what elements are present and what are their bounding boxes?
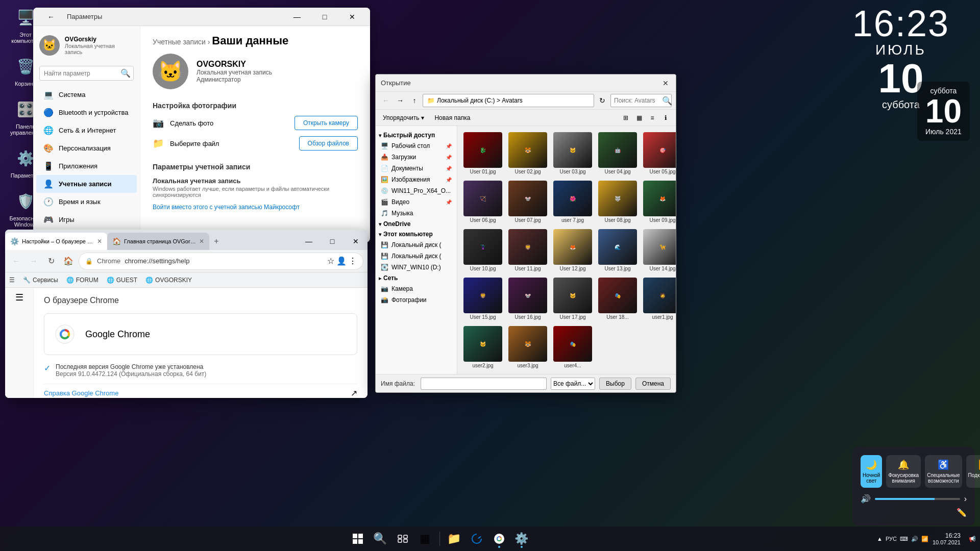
notification-btn[interactable]: 📢 (969, 536, 976, 542)
this-computer-section[interactable]: ▾ Этот компьютер (376, 229, 457, 239)
taskbar-explorer-btn[interactable]: 📁 (444, 529, 464, 549)
file-item[interactable]: 🌊User 13.jpg (596, 227, 639, 273)
file-item[interactable]: 🐉User 01.jpg (461, 130, 504, 177)
sidebar-desktop[interactable]: 🖥️ Рабочий стол 📌 (376, 140, 457, 152)
bookmark-menu-icon[interactable]: ☰ (9, 277, 15, 284)
chrome-close-btn[interactable]: ✕ (344, 233, 368, 250)
file-item[interactable]: 🤖User 04.jpg (596, 130, 639, 177)
chrome-url-input[interactable] (125, 257, 323, 265)
sidebar-item-apps[interactable]: 📱 Приложения (36, 157, 137, 175)
dialog-forward-btn[interactable]: → (394, 94, 406, 107)
profile-icon[interactable]: 👤 (336, 256, 347, 266)
taskbar-settings-btn[interactable]: ⚙️ (511, 529, 532, 549)
qs-connection-btn[interactable]: 📶 Подключение (966, 455, 980, 488)
sidebar-camera[interactable]: 📷 Камера (376, 283, 457, 294)
file-item[interactable]: 🐭User 07.jpg (506, 179, 549, 225)
tray-network-icon[interactable]: 📶 (921, 536, 928, 542)
chrome-help-link[interactable]: Справка Google Chrome (44, 389, 118, 397)
file-item[interactable]: 🌺user 7.jpg (551, 179, 594, 225)
file-item[interactable]: 🦊User 09.jpg (641, 179, 676, 225)
taskbar-search-btn[interactable]: 🔍 (370, 529, 390, 549)
sidebar-local-c[interactable]: 💾 Локальный диск ( (376, 239, 457, 251)
view-info-btn[interactable]: ℹ (659, 112, 672, 124)
filetype-select[interactable]: Все файл... (551, 378, 595, 390)
chrome-tab-settings[interactable]: ⚙️ Настройки – О браузере Chrom... ✕ (5, 233, 107, 250)
menu-icon[interactable]: ⋮ (349, 256, 357, 266)
chrome-tab-settings-close[interactable]: ✕ (97, 238, 102, 245)
bookmark-icon[interactable]: ☆ (327, 256, 334, 266)
view-medium-btn[interactable]: ▦ (633, 112, 645, 124)
file-item[interactable]: 🎭User 18... (596, 276, 639, 322)
dialog-cancel-btn[interactable]: Отмена (635, 378, 671, 390)
sidebar-item-games[interactable]: 🎮 Игры (36, 211, 137, 229)
sidebar-item-accounts[interactable]: 👤 Учетные записи (36, 175, 137, 193)
settings-maximize-btn[interactable]: □ (313, 10, 336, 24)
sidebar-images[interactable]: 🖼️ Изображения 📌 (376, 174, 457, 185)
dialog-search-box[interactable]: 🔍 (610, 94, 672, 107)
file-item[interactable]: 🐱user2.jpg (461, 324, 504, 370)
chrome-back-btn[interactable]: ← (9, 254, 23, 268)
view-list-btn[interactable]: ≡ (646, 112, 658, 124)
settings-back-btn[interactable]: ← (39, 10, 63, 24)
taskbar-taskview-btn[interactable] (393, 529, 413, 549)
sidebar-win7[interactable]: 💽 WIN7_WIN10 (D:) (376, 262, 457, 273)
taskbar-edge-btn[interactable] (467, 529, 487, 549)
qs-nightlight-btn[interactable]: 🌙 Ночной свет (861, 455, 882, 488)
sidebar-item-network[interactable]: 🌐 Сеть & и Интернет (36, 121, 137, 139)
settings-search-box[interactable]: 🔍 (39, 66, 134, 81)
bookmark-ovgorskiy[interactable]: 🌐 OVGORSKIY (145, 277, 192, 284)
dialog-organize-btn[interactable]: Упорядочить ▾ (380, 113, 427, 122)
file-item[interactable]: 🦁User 11.jpg (506, 227, 549, 273)
sidebar-item-time[interactable]: 🕐 Время и язык (36, 193, 137, 211)
qs-special-btn[interactable]: ♿ Специальные возможности (925, 455, 962, 488)
file-item[interactable]: 🐯User 02.jpg (506, 130, 549, 177)
bookmark-forum[interactable]: 🌐 FORUM (66, 277, 99, 284)
quick-access-section[interactable]: ▾ Быстрый доступ (376, 130, 457, 140)
file-item[interactable]: 🐭User 16.jpg (506, 276, 549, 322)
bookmark-guest[interactable]: 🌐 GUEST (107, 277, 137, 284)
dialog-close-btn[interactable]: ✕ (660, 78, 671, 88)
sidebar-item-personalization[interactable]: 🎨 Персонализация (36, 139, 137, 157)
file-item[interactable]: 🏹User 06.jpg (461, 179, 504, 225)
file-item[interactable]: 🐯user3.jpg (506, 324, 549, 370)
dialog-newfolder-btn[interactable]: Новая папка (431, 113, 473, 122)
bookmark-services[interactable]: 🔧 Сервисы (23, 277, 58, 284)
chrome-tab-homepage[interactable]: 🏠 Главная страница OVGorskiy ✕ (107, 233, 209, 250)
network-section[interactable]: ▸ Сеть (376, 273, 457, 283)
sidebar-item-system[interactable]: 💻 Система (36, 86, 137, 104)
filename-input[interactable] (421, 378, 547, 390)
sidebar-win11[interactable]: 💿 WIN11_Pro_X64_O... (376, 185, 457, 196)
chrome-minimize-btn[interactable]: — (297, 233, 321, 250)
file-item[interactable]: 🧔user1.jpg (641, 276, 676, 322)
volume-slider[interactable] (875, 498, 960, 500)
sidebar-music[interactable]: 🎵 Музыка (376, 208, 457, 219)
file-item[interactable]: 🎯User 05.jpg (641, 130, 676, 177)
view-large-btn[interactable]: ⊞ (620, 112, 632, 124)
ms-signin-link[interactable]: Войти вместо этого с учетной записью Май… (153, 204, 300, 211)
dialog-refresh-btn[interactable]: ↻ (596, 94, 608, 107)
dialog-select-btn[interactable]: Выбор (599, 378, 631, 390)
volume-arrow[interactable]: › (964, 494, 967, 504)
dialog-path[interactable]: 📁 Локальный диск (C:) > Avatars (423, 94, 594, 107)
browse-files-btn[interactable]: Обзор файлов (299, 136, 358, 151)
file-item[interactable]: 🦁User 15.jpg (461, 276, 504, 322)
settings-search-input[interactable] (44, 70, 120, 77)
chrome-reload-btn[interactable]: ↻ (44, 254, 58, 268)
sidebar-video[interactable]: 🎬 Видео 📌 (376, 196, 457, 208)
dialog-search-input[interactable] (614, 97, 660, 104)
file-item[interactable]: 🦮User 14.jpg (641, 227, 676, 273)
file-item[interactable]: 🦹User 10.jpg (461, 227, 504, 273)
qs-focus-btn[interactable]: 🔔 Фокусировка внимания (886, 455, 921, 488)
sidebar-item-bluetooth[interactable]: 🔵 Bluetooth и устройства (36, 104, 137, 121)
file-item[interactable]: 🎭user4... (551, 324, 594, 370)
qs-edit-icon[interactable]: ✏️ (957, 508, 967, 517)
file-item[interactable]: 🐱User 03.jpg (551, 130, 594, 177)
taskbar-chrome-btn[interactable] (489, 529, 509, 549)
chrome-forward-btn[interactable]: → (27, 254, 41, 268)
sidebar-downloads[interactable]: 📥 Загрузки 📌 (376, 152, 457, 163)
chrome-home-btn[interactable]: 🏠 (61, 254, 76, 268)
onedrive-section[interactable]: ▾ OneDrive (376, 219, 457, 229)
file-item[interactable]: 🐱User 17.jpg (551, 276, 594, 322)
taskbar-start-btn[interactable] (348, 529, 368, 549)
sidebar-photos[interactable]: 📸 Фотографии (376, 294, 457, 306)
